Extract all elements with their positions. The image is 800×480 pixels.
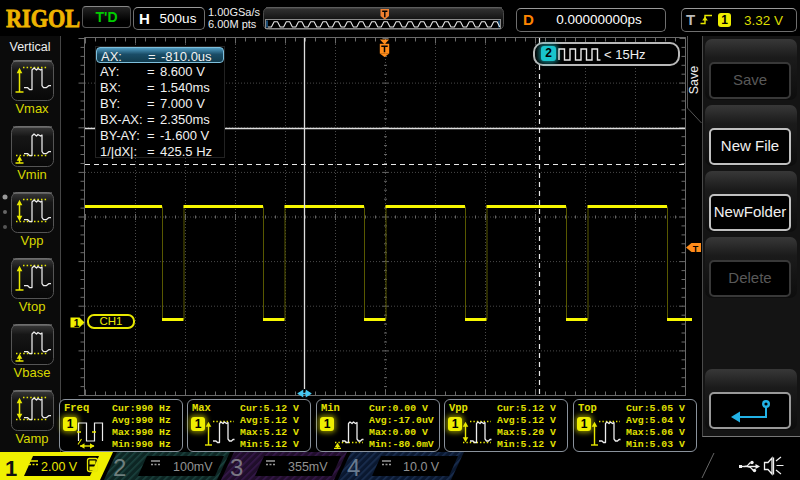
- svg-text:1: 1: [5, 456, 17, 480]
- svg-text:T: T: [693, 244, 699, 254]
- svg-text:355mV: 355mV: [288, 460, 328, 474]
- svg-text:10.0 V: 10.0 V: [403, 460, 440, 474]
- svg-text:100mV: 100mV: [173, 460, 213, 474]
- svg-text:3: 3: [230, 454, 243, 480]
- svg-text:2.00 V: 2.00 V: [41, 460, 78, 474]
- svg-text:4: 4: [347, 454, 360, 480]
- svg-text:1: 1: [74, 318, 80, 329]
- svg-text:2: 2: [113, 454, 126, 480]
